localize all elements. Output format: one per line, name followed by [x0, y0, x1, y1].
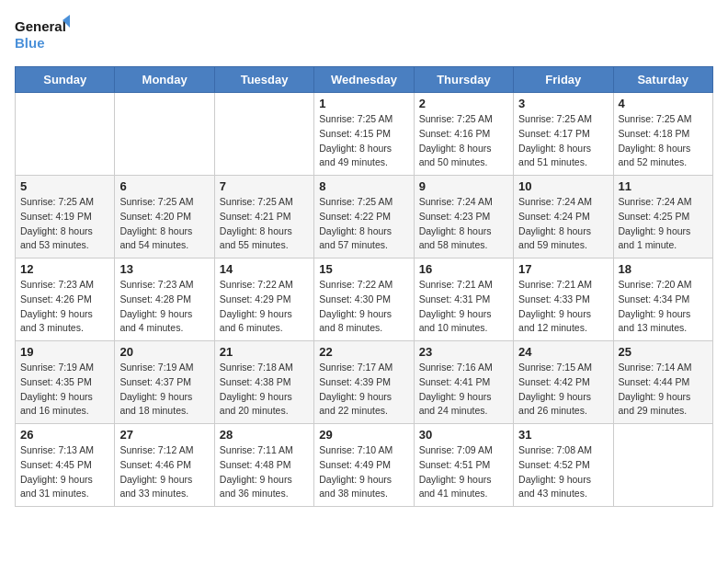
- day-cell: 11Sunrise: 7:24 AMSunset: 4:25 PMDayligh…: [613, 176, 712, 259]
- day-info: Sunrise: 7:25 AMSunset: 4:22 PMDaylight:…: [319, 195, 408, 253]
- day-info: Sunrise: 7:25 AMSunset: 4:17 PMDaylight:…: [518, 112, 608, 170]
- logo-svg: General Blue: [15, 15, 70, 55]
- day-cell: 25Sunrise: 7:14 AMSunset: 4:44 PMDayligh…: [613, 341, 712, 424]
- day-cell: 27Sunrise: 7:12 AMSunset: 4:46 PMDayligh…: [115, 424, 214, 507]
- day-number: 1: [319, 97, 408, 110]
- day-number: 10: [518, 179, 608, 193]
- day-number: 21: [220, 345, 309, 359]
- day-cell: 23Sunrise: 7:16 AMSunset: 4:41 PMDayligh…: [414, 341, 513, 424]
- day-info: Sunrise: 7:17 AMSunset: 4:39 PMDaylight:…: [319, 361, 408, 419]
- day-number: 27: [119, 428, 209, 442]
- day-number: 9: [419, 179, 508, 193]
- day-number: 20: [119, 345, 209, 359]
- day-number: 8: [319, 179, 408, 193]
- day-info: Sunrise: 7:25 AMSunset: 4:15 PMDaylight:…: [319, 112, 408, 170]
- day-info: Sunrise: 7:20 AMSunset: 4:34 PMDaylight:…: [619, 278, 708, 336]
- day-number: 6: [119, 179, 209, 193]
- day-cell: 7Sunrise: 7:25 AMSunset: 4:21 PMDaylight…: [214, 176, 313, 259]
- day-cell: [214, 93, 313, 176]
- day-number: 15: [319, 262, 408, 276]
- weekday-monday: Monday: [115, 67, 214, 93]
- day-number: 25: [619, 345, 708, 359]
- day-cell: 10Sunrise: 7:24 AMSunset: 4:24 PMDayligh…: [514, 176, 613, 259]
- day-number: 7: [220, 179, 309, 193]
- day-info: Sunrise: 7:22 AMSunset: 4:29 PMDaylight:…: [220, 278, 309, 336]
- day-cell: 14Sunrise: 7:22 AMSunset: 4:29 PMDayligh…: [214, 259, 313, 341]
- day-cell: 15Sunrise: 7:22 AMSunset: 4:30 PMDayligh…: [314, 259, 414, 341]
- day-info: Sunrise: 7:10 AMSunset: 4:49 PMDaylight:…: [319, 443, 408, 501]
- calendar-table: SundayMondayTuesdayWednesdayThursdayFrid…: [15, 66, 713, 507]
- day-cell: 26Sunrise: 7:13 AMSunset: 4:45 PMDayligh…: [16, 424, 115, 507]
- day-info: Sunrise: 7:09 AMSunset: 4:51 PMDaylight:…: [419, 443, 508, 501]
- day-info: Sunrise: 7:14 AMSunset: 4:44 PMDaylight:…: [619, 361, 708, 419]
- day-cell: 5Sunrise: 7:25 AMSunset: 4:19 PMDaylight…: [16, 176, 115, 259]
- day-cell: [613, 424, 712, 507]
- day-number: 4: [619, 97, 708, 110]
- day-number: 12: [20, 262, 109, 276]
- weekday-tuesday: Tuesday: [214, 67, 313, 93]
- day-cell: 21Sunrise: 7:18 AMSunset: 4:38 PMDayligh…: [214, 341, 313, 424]
- svg-text:General: General: [15, 18, 66, 34]
- day-cell: [16, 93, 115, 176]
- day-number: 3: [518, 97, 608, 110]
- weekday-thursday: Thursday: [414, 67, 513, 93]
- day-number: 5: [20, 179, 109, 193]
- weekday-header-row: SundayMondayTuesdayWednesdayThursdayFrid…: [16, 67, 713, 93]
- day-cell: 28Sunrise: 7:11 AMSunset: 4:48 PMDayligh…: [214, 424, 313, 507]
- day-cell: 8Sunrise: 7:25 AMSunset: 4:22 PMDaylight…: [314, 176, 414, 259]
- day-cell: [115, 93, 214, 176]
- day-info: Sunrise: 7:13 AMSunset: 4:45 PMDaylight:…: [20, 443, 109, 501]
- day-info: Sunrise: 7:24 AMSunset: 4:23 PMDaylight:…: [419, 195, 508, 253]
- day-cell: 18Sunrise: 7:20 AMSunset: 4:34 PMDayligh…: [613, 259, 712, 341]
- day-number: 31: [518, 428, 608, 442]
- day-info: Sunrise: 7:25 AMSunset: 4:16 PMDaylight:…: [419, 112, 508, 170]
- day-number: 13: [119, 262, 209, 276]
- day-info: Sunrise: 7:25 AMSunset: 4:21 PMDaylight:…: [220, 195, 309, 253]
- day-info: Sunrise: 7:19 AMSunset: 4:37 PMDaylight:…: [119, 361, 209, 419]
- day-cell: 6Sunrise: 7:25 AMSunset: 4:20 PMDaylight…: [115, 176, 214, 259]
- day-number: 24: [518, 345, 608, 359]
- day-info: Sunrise: 7:21 AMSunset: 4:33 PMDaylight:…: [518, 278, 608, 336]
- day-cell: 3Sunrise: 7:25 AMSunset: 4:17 PMDaylight…: [514, 93, 613, 176]
- day-cell: 22Sunrise: 7:17 AMSunset: 4:39 PMDayligh…: [314, 341, 414, 424]
- day-number: 28: [220, 428, 309, 442]
- day-info: Sunrise: 7:24 AMSunset: 4:24 PMDaylight:…: [518, 195, 608, 253]
- day-number: 26: [20, 428, 109, 442]
- day-cell: 16Sunrise: 7:21 AMSunset: 4:31 PMDayligh…: [414, 259, 513, 341]
- logo: General Blue: [15, 15, 70, 55]
- day-cell: 4Sunrise: 7:25 AMSunset: 4:18 PMDaylight…: [613, 93, 712, 176]
- day-cell: 2Sunrise: 7:25 AMSunset: 4:16 PMDaylight…: [414, 93, 513, 176]
- day-info: Sunrise: 7:15 AMSunset: 4:42 PMDaylight:…: [518, 361, 608, 419]
- day-cell: 12Sunrise: 7:23 AMSunset: 4:26 PMDayligh…: [16, 259, 115, 341]
- day-number: 19: [20, 345, 109, 359]
- weekday-sunday: Sunday: [16, 67, 115, 93]
- day-number: 11: [619, 179, 708, 193]
- day-info: Sunrise: 7:12 AMSunset: 4:46 PMDaylight:…: [119, 443, 209, 501]
- weekday-friday: Friday: [514, 67, 613, 93]
- week-row-1: 1Sunrise: 7:25 AMSunset: 4:15 PMDaylight…: [16, 93, 713, 176]
- day-info: Sunrise: 7:08 AMSunset: 4:52 PMDaylight:…: [518, 443, 608, 501]
- day-number: 30: [419, 428, 508, 442]
- day-cell: 13Sunrise: 7:23 AMSunset: 4:28 PMDayligh…: [115, 259, 214, 341]
- day-number: 14: [220, 262, 309, 276]
- day-number: 2: [419, 97, 508, 110]
- day-number: 23: [419, 345, 508, 359]
- day-cell: 24Sunrise: 7:15 AMSunset: 4:42 PMDayligh…: [514, 341, 613, 424]
- day-cell: 30Sunrise: 7:09 AMSunset: 4:51 PMDayligh…: [414, 424, 513, 507]
- week-row-2: 5Sunrise: 7:25 AMSunset: 4:19 PMDaylight…: [16, 176, 713, 259]
- day-number: 16: [419, 262, 508, 276]
- day-cell: 1Sunrise: 7:25 AMSunset: 4:15 PMDaylight…: [314, 93, 414, 176]
- week-row-3: 12Sunrise: 7:23 AMSunset: 4:26 PMDayligh…: [16, 259, 713, 341]
- day-info: Sunrise: 7:23 AMSunset: 4:26 PMDaylight:…: [20, 278, 109, 336]
- day-number: 22: [319, 345, 408, 359]
- page-header: General Blue: [15, 15, 713, 55]
- week-row-5: 26Sunrise: 7:13 AMSunset: 4:45 PMDayligh…: [16, 424, 713, 507]
- day-number: 29: [319, 428, 408, 442]
- day-info: Sunrise: 7:25 AMSunset: 4:18 PMDaylight:…: [619, 112, 708, 170]
- day-number: 17: [518, 262, 608, 276]
- day-info: Sunrise: 7:11 AMSunset: 4:48 PMDaylight:…: [220, 443, 309, 501]
- svg-text:Blue: Blue: [15, 35, 45, 51]
- day-cell: 20Sunrise: 7:19 AMSunset: 4:37 PMDayligh…: [115, 341, 214, 424]
- day-info: Sunrise: 7:21 AMSunset: 4:31 PMDaylight:…: [419, 278, 508, 336]
- weekday-wednesday: Wednesday: [314, 67, 414, 93]
